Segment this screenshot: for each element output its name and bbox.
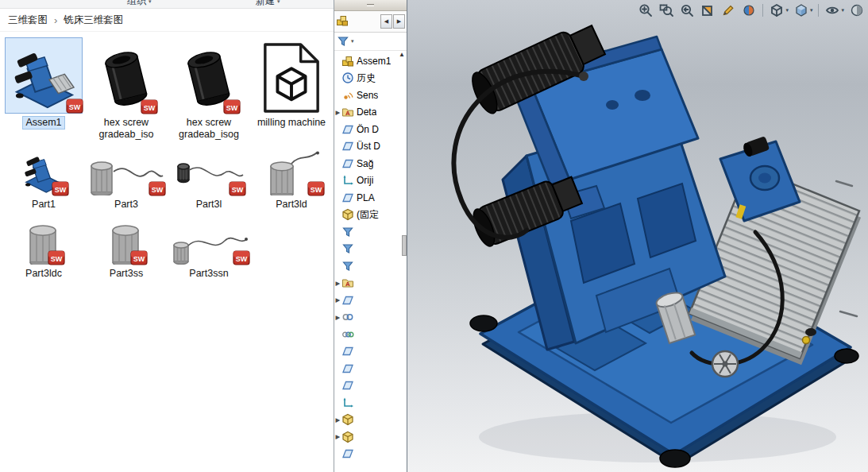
tree-row[interactable]: 历史 [334,70,407,87]
tree-row[interactable] [334,446,407,463]
breadcrumb-root[interactable]: 三维套图 [8,14,48,27]
mate-icon [341,311,354,323]
file-item-thumb: SW [24,219,64,265]
grip-icon [367,4,374,6]
tree-row[interactable]: ▶ [334,412,407,429]
edit-appearance-button[interactable] [740,2,758,19]
solidworks-badge-icon: SW [223,99,241,114]
sensor-icon [341,89,354,102]
tree-row[interactable] [334,360,407,377]
zoom-to-area-button[interactable] [658,2,675,19]
tree-nav-right-button[interactable]: ▶ [393,14,405,29]
funnel-icon [341,260,354,273]
svg-text:A: A [345,280,350,288]
tree-row[interactable]: ▶A [334,275,407,292]
tree-row-label: Sens [357,90,378,101]
display-style-button[interactable]: ▾ [793,2,814,19]
breadcrumb-chevron-icon: › [54,14,57,26]
svg-text:SW: SW [55,185,67,193]
tree-row[interactable]: ▶ADeta [334,104,407,122]
file-item[interactable]: SWPart1 [2,148,85,218]
tree-row[interactable]: Oriji [334,172,407,190]
hide-show-items-button[interactable]: ▾ [824,2,845,19]
file-item-thumb [260,37,322,114]
tree-expand-arrow[interactable]: ▶ [334,433,341,440]
chevron-down-icon: ▾ [785,7,789,14]
file-item[interactable]: SWPart3ssn [168,217,250,287]
file-item[interactable]: SWhex screw gradeab_isog [168,36,250,148]
plane-icon [341,379,354,392]
tree-row[interactable] [334,223,407,241]
tree-row-label: Ön D [357,124,379,135]
file-explorer-panel: 组织▾ 新建▾ 三维套图 › 铣床三维套图 SWAssem1SWhex scre… [0,0,334,472]
file-item-thumb: SW [88,149,164,195]
tree-expand-arrow[interactable]: ▶ [334,314,341,321]
tree-row[interactable]: Assem1 [334,52,407,70]
chevron-down-icon: ▾ [149,0,152,5]
tree-titlebar[interactable] [334,0,407,11]
viewport[interactable]: ▾▾▾ [407,0,868,472]
svg-text:SW: SW [232,185,244,193]
annotation-icon: A [341,106,354,118]
plane-icon [341,362,354,375]
tree-row[interactable] [334,241,407,258]
tree-row[interactable]: Sağ [334,155,407,172]
file-item[interactable]: SWPart3ss [85,217,168,287]
file-item-label: hex screw gradeab_iso [86,117,167,141]
tree-row[interactable] [334,377,407,395]
tree-row[interactable]: Üst D [334,138,407,156]
view-orientation-button[interactable]: ▾ [768,2,789,19]
file-item-label: milling machine [257,117,326,129]
tree-scrollbar-thumb[interactable] [402,235,407,256]
new-button[interactable]: 新建▾ [256,0,280,8]
file-item-label: Part3ssn [189,268,228,280]
tree-row[interactable]: (固定 [334,207,407,224]
tree-scroll-up-button[interactable]: ▲ [399,52,405,58]
file-item[interactable]: milling machine [250,36,333,148]
section-view-button[interactable] [699,2,716,19]
tree-expand-arrow[interactable]: ▶ [334,416,341,424]
svg-text:A: A [345,110,350,117]
view-settings-button[interactable] [848,2,866,19]
file-item[interactable]: SWPart3l [168,148,250,218]
plane-icon [341,345,354,358]
tree-row[interactable]: PLA [334,189,407,207]
tree-expand-arrow[interactable]: ▶ [334,109,341,116]
organize-button[interactable]: 组织▾ [127,0,152,8]
tree-row[interactable] [334,343,407,361]
tree-row[interactable] [334,257,407,275]
tree-row-label: 历史 [357,72,376,85]
tree-tab-bar: ◀ ▶ [334,11,407,33]
file-item[interactable]: SWPart3ldc [2,217,85,287]
assembly-tab-icon[interactable] [336,14,350,29]
file-item[interactable]: SWhex screw gradeab_iso [85,36,168,148]
tree-row[interactable] [334,394,407,412]
file-item-thumb: SW [260,149,323,195]
solidworks-badge-icon: SW [141,99,158,114]
file-item[interactable]: SWAssem1 [2,36,85,148]
tree-row[interactable]: Sens [334,87,407,104]
breadcrumb-current[interactable]: 铣床三维套图 [64,14,123,27]
tree-row[interactable]: Ön D [334,121,407,138]
tree-row[interactable] [334,326,407,343]
tree-nav-left-button[interactable]: ◀ [380,14,392,29]
previous-view-button[interactable] [678,2,696,19]
tree-row[interactable]: ▶ [334,309,407,327]
file-item[interactable]: SWPart3ld [250,148,333,218]
file-item[interactable]: SWPart3 [85,148,168,218]
toolbar-separator [762,4,763,17]
svg-text:SW: SW [226,104,238,112]
solidworks-badge-icon: SW [130,250,148,265]
file-item-label: Part3ss [110,268,143,280]
zoom-to-fit-button[interactable] [637,2,654,19]
sketch-pencil-button[interactable] [719,2,737,19]
funnel-icon [337,35,349,48]
tree-expand-arrow[interactable]: ▶ [334,296,341,304]
tree-row[interactable]: ▶ [334,428,407,446]
file-grid: SWAssem1SWhex screw gradeab_isoSWhex scr… [0,32,334,287]
tree-filter-button[interactable]: ▾ [334,33,407,51]
tree-row[interactable]: ▶ [334,292,407,309]
tree-expand-arrow[interactable]: ▶ [334,280,341,287]
part-icon [341,208,354,221]
file-item-label: Part3ldc [25,268,62,280]
